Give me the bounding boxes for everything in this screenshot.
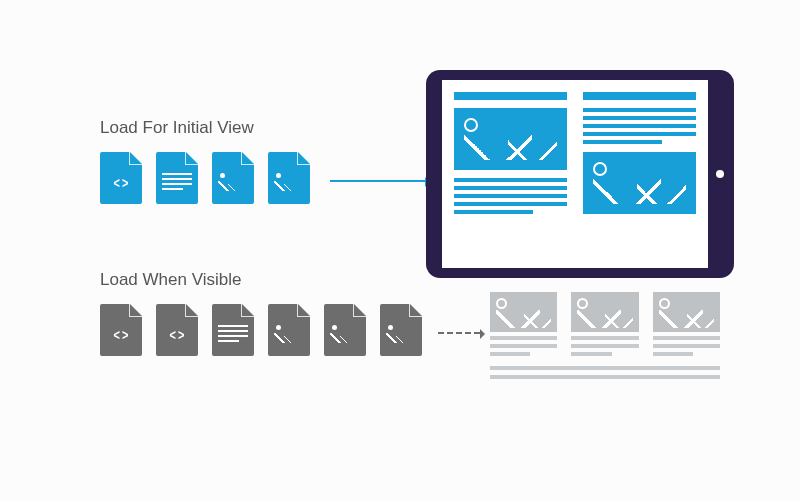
placeholder-lines <box>653 336 720 356</box>
placeholder-image-icon <box>653 292 720 332</box>
hero-image-icon <box>454 108 567 170</box>
file-image-icon <box>324 304 366 356</box>
placeholder-lines <box>571 336 638 356</box>
lazy-card <box>490 292 557 356</box>
tablet-screen-viewport <box>442 80 708 268</box>
label-load-initial: Load For Initial View <box>100 118 254 138</box>
placeholder-lines <box>490 336 557 356</box>
screen-col-left <box>454 92 567 256</box>
file-image-icon <box>212 152 254 204</box>
file-row-visible: <> <> <box>100 304 422 356</box>
home-button-icon <box>716 170 724 178</box>
placeholder-paragraph <box>490 366 720 379</box>
lazy-card <box>653 292 720 356</box>
lazy-card <box>571 292 638 356</box>
paragraph-lines <box>454 178 567 214</box>
screen-col-right <box>583 92 696 256</box>
arrow-initial-load-icon <box>330 180 425 182</box>
file-code-icon: <> <box>100 152 142 204</box>
placeholder-image-icon <box>490 292 557 332</box>
tablet-device <box>426 70 734 278</box>
thumbnail-row <box>490 292 720 356</box>
placeholder-image-icon <box>571 292 638 332</box>
file-code-icon: <> <box>100 304 142 356</box>
heading-bar <box>454 92 567 100</box>
heading-bar <box>583 92 696 100</box>
file-image-icon <box>380 304 422 356</box>
below-fold-content <box>490 292 720 379</box>
file-code-icon: <> <box>156 304 198 356</box>
arrow-lazy-load-icon <box>438 332 480 334</box>
file-text-icon <box>212 304 254 356</box>
file-text-icon <box>156 152 198 204</box>
label-load-visible: Load When Visible <box>100 270 241 290</box>
file-row-initial: <> <box>100 152 310 204</box>
hero-image-icon <box>583 152 696 214</box>
file-image-icon <box>268 304 310 356</box>
paragraph-lines <box>583 108 696 144</box>
file-image-icon <box>268 152 310 204</box>
